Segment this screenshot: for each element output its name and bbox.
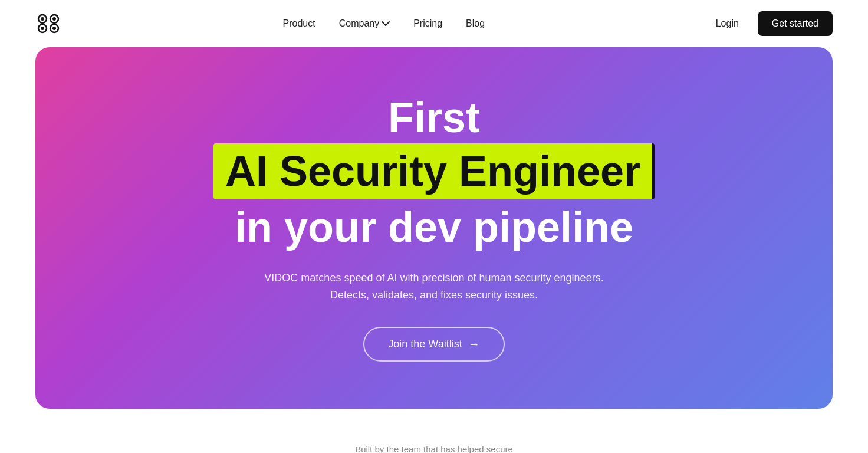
nav-actions: Login Get started (706, 11, 833, 36)
hero-description: VIDOC matches speed of AI with precision… (257, 270, 611, 304)
svg-point-4 (41, 17, 44, 21)
navbar: Product Company Pricing Blog Login Get s… (0, 0, 868, 47)
waitlist-label: Join the Waitlist (388, 338, 462, 350)
waitlist-button[interactable]: Join the Waitlist → (363, 327, 504, 362)
arrow-icon: → (468, 337, 480, 351)
hero-line3: in your dev pipeline (235, 204, 633, 251)
hero-section: First AI Security Engineer in your dev p… (35, 47, 833, 409)
nav-pricing[interactable]: Pricing (413, 18, 442, 29)
nav-product[interactable]: Product (283, 18, 315, 29)
login-button[interactable]: Login (706, 14, 748, 34)
brands-title: Built by the team that has helped secure (35, 444, 833, 453)
brands-section: Built by the team that has helped secure… (0, 432, 868, 453)
logo-icon (35, 11, 61, 37)
hero-highlight-wrapper: AI Security Engineer (213, 143, 655, 199)
nav-blog[interactable]: Blog (466, 18, 485, 29)
svg-point-7 (52, 27, 56, 30)
chevron-down-icon (382, 21, 390, 26)
svg-point-6 (41, 27, 44, 30)
hero-line2: AI Security Engineer (213, 143, 655, 199)
nav-company[interactable]: Company (339, 18, 390, 29)
nav-links: Product Company Pricing Blog (283, 18, 485, 29)
hero-wrapper: First AI Security Engineer in your dev p… (0, 47, 868, 432)
hero-line1: First (388, 94, 480, 141)
logo[interactable] (35, 11, 61, 37)
get-started-button[interactable]: Get started (758, 11, 833, 36)
svg-point-5 (52, 17, 56, 21)
